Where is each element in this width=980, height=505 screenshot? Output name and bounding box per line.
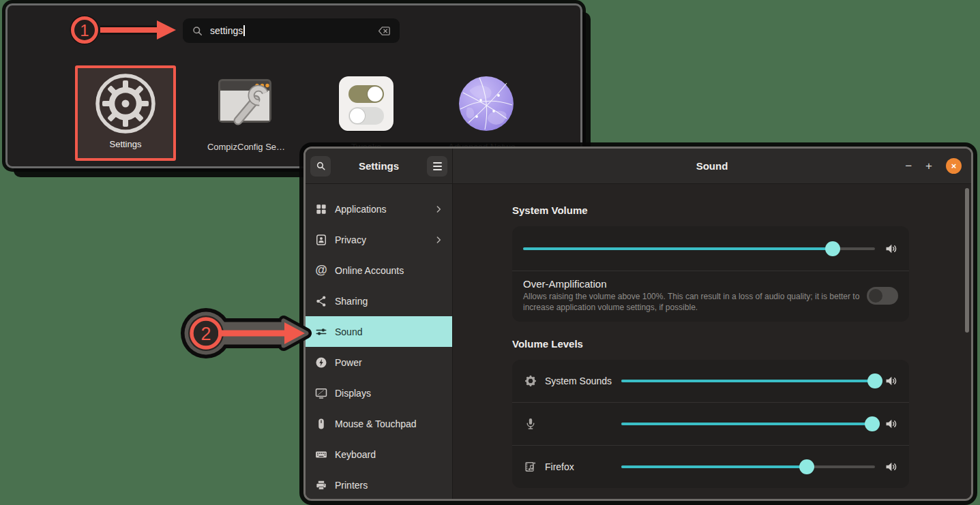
sound-mixer-icon bbox=[314, 324, 329, 339]
headerbar-sidebar-section: Settings bbox=[306, 149, 453, 183]
page-title: Sound bbox=[696, 160, 728, 172]
speaker-icon bbox=[885, 374, 898, 388]
volume-levels-card: System Sounds bbox=[512, 360, 909, 488]
sound-page: System Volume bbox=[453, 184, 971, 499]
app-label: CompizConfig Se… bbox=[207, 142, 285, 161]
sidebar-item-label: Sharing bbox=[335, 296, 444, 307]
share-icon bbox=[314, 294, 329, 309]
over-amplification-title: Over-Amplification bbox=[523, 278, 898, 290]
compizconfig-wrench-icon bbox=[216, 77, 276, 130]
speaker-icon bbox=[885, 417, 898, 431]
sidebar-item-label: Online Accounts bbox=[335, 265, 444, 276]
app-launcher-overlay: settings bbox=[5, 3, 582, 168]
section-title-system-volume: System Volume bbox=[512, 204, 971, 216]
power-bolt-icon bbox=[314, 355, 329, 370]
sidebar-item-label: Sound bbox=[335, 326, 444, 337]
network-globe-icon bbox=[458, 75, 515, 132]
over-amplification-description: Allows raising the volume above 100%. Th… bbox=[523, 292, 874, 313]
system-sounds-slider[interactable] bbox=[621, 373, 875, 388]
scrollbar-thumb[interactable] bbox=[965, 188, 969, 333]
sidebar-item-privacy[interactable]: Privacy bbox=[306, 224, 452, 255]
microphone-icon bbox=[523, 416, 538, 431]
section-title-volume-levels: Volume Levels bbox=[512, 338, 971, 350]
printer-icon bbox=[314, 478, 329, 493]
backspace-icon bbox=[377, 24, 391, 38]
privacy-badge-icon bbox=[314, 232, 329, 247]
sidebar: Applications Privacy bbox=[306, 184, 453, 499]
slider-knob[interactable] bbox=[825, 241, 840, 256]
desktop: settings bbox=[0, 0, 980, 505]
monitor-icon bbox=[314, 386, 329, 401]
mouse-icon bbox=[314, 416, 329, 431]
search-input[interactable]: settings bbox=[183, 18, 400, 43]
window-controls: − + × bbox=[905, 149, 962, 183]
app-tile-compizconfig[interactable]: CompizConfig Se… bbox=[196, 65, 297, 161]
slider-knob[interactable] bbox=[799, 459, 814, 474]
speaker-icon bbox=[885, 242, 898, 256]
maximize-button[interactable]: + bbox=[925, 160, 932, 172]
menu-button[interactable] bbox=[427, 156, 447, 177]
hamburger-icon bbox=[433, 162, 442, 170]
clear-search-button[interactable] bbox=[377, 24, 391, 38]
slider-knob[interactable] bbox=[865, 416, 880, 431]
window-title: Settings bbox=[331, 160, 427, 172]
sidebar-item-label: Privacy bbox=[335, 234, 427, 245]
volume-row-firefox: Firefox bbox=[512, 446, 909, 488]
sidebar-item-label: Printers bbox=[335, 480, 444, 491]
volume-row-microphone bbox=[512, 403, 909, 445]
step-number-2: 2 bbox=[201, 324, 211, 344]
sidebar-item-displays[interactable]: Displays bbox=[306, 378, 452, 408]
microphone-slider[interactable] bbox=[621, 416, 875, 431]
minimize-button[interactable]: − bbox=[905, 160, 912, 172]
settings-window: Settings Sound − + × bbox=[303, 147, 973, 501]
volume-row-label: System Sounds bbox=[545, 376, 621, 386]
sidebar-item-label: Keyboard bbox=[335, 449, 444, 460]
chevron-right-icon bbox=[433, 234, 444, 245]
sidebar-item-sound[interactable]: Sound bbox=[306, 316, 452, 347]
sidebar-item-label: Displays bbox=[335, 388, 444, 399]
volume-row-system-sounds: System Sounds bbox=[512, 360, 909, 402]
search-icon bbox=[191, 25, 204, 37]
settings-gear-icon bbox=[93, 72, 158, 136]
gear-icon bbox=[523, 373, 538, 388]
volume-row-label: Firefox bbox=[545, 461, 621, 472]
speaker-icon bbox=[885, 460, 898, 474]
annotation-step-2: 2 bbox=[181, 308, 306, 358]
search-icon bbox=[315, 160, 327, 172]
chevron-right-icon bbox=[433, 204, 444, 215]
app-tile-settings[interactable]: Settings bbox=[75, 65, 176, 161]
keyboard-icon bbox=[314, 447, 329, 462]
toggle-knob bbox=[869, 289, 882, 303]
header-search-button[interactable] bbox=[310, 156, 331, 177]
text-cursor bbox=[243, 25, 245, 36]
sidebar-item-printers[interactable]: Printers bbox=[306, 470, 452, 500]
sidebar-item-online-accounts[interactable]: @ Online Accounts bbox=[306, 255, 452, 286]
sidebar-item-mouse-touchpad[interactable]: Mouse & Touchpad bbox=[306, 408, 452, 439]
search-value: settings bbox=[210, 25, 243, 36]
app-label: Settings bbox=[110, 139, 142, 158]
app-grid-icon bbox=[314, 202, 329, 217]
firefox-slider[interactable] bbox=[621, 459, 875, 474]
at-sign-icon: @ bbox=[314, 263, 329, 278]
sidebar-item-keyboard[interactable]: Keyboard bbox=[306, 439, 452, 470]
slider-knob[interactable] bbox=[867, 373, 882, 388]
over-amplification-toggle[interactable] bbox=[867, 287, 898, 305]
sidebar-item-label: Applications bbox=[335, 204, 427, 215]
sidebar-item-label: Mouse & Touchpad bbox=[335, 418, 444, 429]
close-button[interactable]: × bbox=[946, 158, 962, 174]
sidebar-item-power[interactable]: Power bbox=[306, 347, 452, 378]
sidebar-item-sharing[interactable]: Sharing bbox=[306, 286, 452, 316]
media-icon bbox=[523, 459, 538, 474]
sidebar-item-label: Power bbox=[335, 357, 444, 368]
system-volume-slider[interactable] bbox=[523, 241, 875, 256]
system-volume-card: Over-Amplification Allows raising the vo… bbox=[512, 226, 909, 322]
headerbar-page-section: Sound − + × bbox=[453, 149, 971, 183]
sidebar-item-applications[interactable]: Applications bbox=[306, 194, 452, 224]
tweaks-toggles-icon bbox=[339, 76, 394, 131]
headerbar: Settings Sound − + × bbox=[306, 149, 971, 184]
